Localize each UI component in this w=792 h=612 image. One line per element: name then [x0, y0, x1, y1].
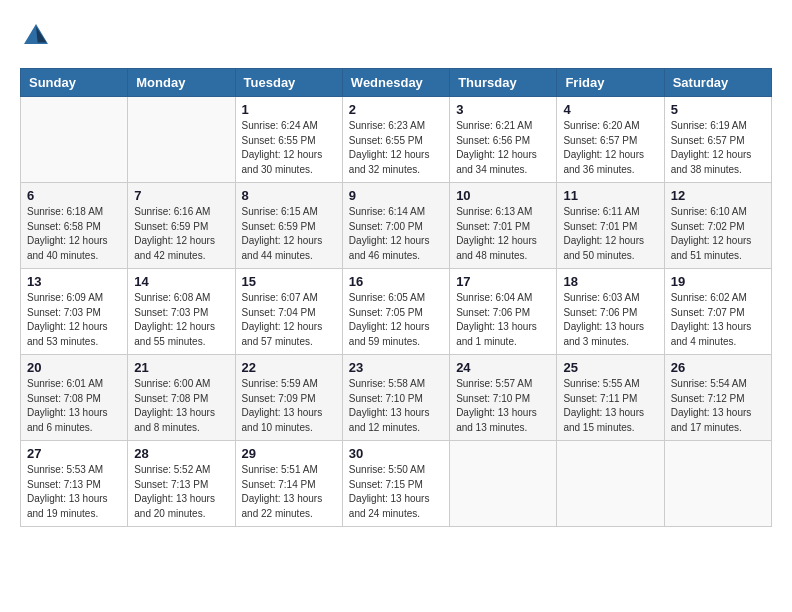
calendar-cell: 20Sunrise: 6:01 AMSunset: 7:08 PMDayligh…	[21, 355, 128, 441]
day-number: 6	[27, 188, 121, 203]
calendar-cell: 14Sunrise: 6:08 AMSunset: 7:03 PMDayligh…	[128, 269, 235, 355]
day-info: Sunrise: 6:05 AMSunset: 7:05 PMDaylight:…	[349, 291, 443, 349]
calendar-cell: 7Sunrise: 6:16 AMSunset: 6:59 PMDaylight…	[128, 183, 235, 269]
calendar-cell: 26Sunrise: 5:54 AMSunset: 7:12 PMDayligh…	[664, 355, 771, 441]
day-info: Sunrise: 5:59 AMSunset: 7:09 PMDaylight:…	[242, 377, 336, 435]
day-info: Sunrise: 6:00 AMSunset: 7:08 PMDaylight:…	[134, 377, 228, 435]
header-cell-monday: Monday	[128, 69, 235, 97]
day-number: 13	[27, 274, 121, 289]
calendar-cell: 15Sunrise: 6:07 AMSunset: 7:04 PMDayligh…	[235, 269, 342, 355]
header-cell-tuesday: Tuesday	[235, 69, 342, 97]
day-info: Sunrise: 6:15 AMSunset: 6:59 PMDaylight:…	[242, 205, 336, 263]
day-info: Sunrise: 6:24 AMSunset: 6:55 PMDaylight:…	[242, 119, 336, 177]
calendar-cell: 24Sunrise: 5:57 AMSunset: 7:10 PMDayligh…	[450, 355, 557, 441]
calendar-cell: 18Sunrise: 6:03 AMSunset: 7:06 PMDayligh…	[557, 269, 664, 355]
calendar-cell: 1Sunrise: 6:24 AMSunset: 6:55 PMDaylight…	[235, 97, 342, 183]
day-number: 8	[242, 188, 336, 203]
day-info: Sunrise: 5:57 AMSunset: 7:10 PMDaylight:…	[456, 377, 550, 435]
day-number: 21	[134, 360, 228, 375]
calendar-cell: 23Sunrise: 5:58 AMSunset: 7:10 PMDayligh…	[342, 355, 449, 441]
calendar-cell: 17Sunrise: 6:04 AMSunset: 7:06 PMDayligh…	[450, 269, 557, 355]
day-number: 25	[563, 360, 657, 375]
header-row: SundayMondayTuesdayWednesdayThursdayFrid…	[21, 69, 772, 97]
day-info: Sunrise: 6:03 AMSunset: 7:06 PMDaylight:…	[563, 291, 657, 349]
calendar-cell: 12Sunrise: 6:10 AMSunset: 7:02 PMDayligh…	[664, 183, 771, 269]
day-number: 24	[456, 360, 550, 375]
calendar-cell: 16Sunrise: 6:05 AMSunset: 7:05 PMDayligh…	[342, 269, 449, 355]
day-info: Sunrise: 6:04 AMSunset: 7:06 PMDaylight:…	[456, 291, 550, 349]
day-number: 20	[27, 360, 121, 375]
calendar-cell: 21Sunrise: 6:00 AMSunset: 7:08 PMDayligh…	[128, 355, 235, 441]
day-number: 10	[456, 188, 550, 203]
day-info: Sunrise: 5:55 AMSunset: 7:11 PMDaylight:…	[563, 377, 657, 435]
day-number: 9	[349, 188, 443, 203]
day-number: 17	[456, 274, 550, 289]
calendar-header: SundayMondayTuesdayWednesdayThursdayFrid…	[21, 69, 772, 97]
day-number: 12	[671, 188, 765, 203]
calendar-cell: 10Sunrise: 6:13 AMSunset: 7:01 PMDayligh…	[450, 183, 557, 269]
day-info: Sunrise: 6:20 AMSunset: 6:57 PMDaylight:…	[563, 119, 657, 177]
day-info: Sunrise: 5:54 AMSunset: 7:12 PMDaylight:…	[671, 377, 765, 435]
calendar-cell: 30Sunrise: 5:50 AMSunset: 7:15 PMDayligh…	[342, 441, 449, 527]
header-cell-thursday: Thursday	[450, 69, 557, 97]
day-info: Sunrise: 6:14 AMSunset: 7:00 PMDaylight:…	[349, 205, 443, 263]
day-info: Sunrise: 5:51 AMSunset: 7:14 PMDaylight:…	[242, 463, 336, 521]
day-number: 18	[563, 274, 657, 289]
calendar-cell: 13Sunrise: 6:09 AMSunset: 7:03 PMDayligh…	[21, 269, 128, 355]
day-number: 26	[671, 360, 765, 375]
calendar-cell: 2Sunrise: 6:23 AMSunset: 6:55 PMDaylight…	[342, 97, 449, 183]
calendar-week-2: 6Sunrise: 6:18 AMSunset: 6:58 PMDaylight…	[21, 183, 772, 269]
calendar-cell: 19Sunrise: 6:02 AMSunset: 7:07 PMDayligh…	[664, 269, 771, 355]
day-number: 2	[349, 102, 443, 117]
day-info: Sunrise: 6:02 AMSunset: 7:07 PMDaylight:…	[671, 291, 765, 349]
calendar-week-1: 1Sunrise: 6:24 AMSunset: 6:55 PMDaylight…	[21, 97, 772, 183]
calendar-cell	[557, 441, 664, 527]
calendar-body: 1Sunrise: 6:24 AMSunset: 6:55 PMDaylight…	[21, 97, 772, 527]
page-header	[20, 20, 772, 52]
calendar-cell: 5Sunrise: 6:19 AMSunset: 6:57 PMDaylight…	[664, 97, 771, 183]
day-info: Sunrise: 6:01 AMSunset: 7:08 PMDaylight:…	[27, 377, 121, 435]
day-info: Sunrise: 6:21 AMSunset: 6:56 PMDaylight:…	[456, 119, 550, 177]
day-number: 1	[242, 102, 336, 117]
calendar-cell: 9Sunrise: 6:14 AMSunset: 7:00 PMDaylight…	[342, 183, 449, 269]
calendar-cell: 22Sunrise: 5:59 AMSunset: 7:09 PMDayligh…	[235, 355, 342, 441]
calendar-week-3: 13Sunrise: 6:09 AMSunset: 7:03 PMDayligh…	[21, 269, 772, 355]
calendar-cell: 4Sunrise: 6:20 AMSunset: 6:57 PMDaylight…	[557, 97, 664, 183]
day-info: Sunrise: 5:52 AMSunset: 7:13 PMDaylight:…	[134, 463, 228, 521]
day-info: Sunrise: 6:09 AMSunset: 7:03 PMDaylight:…	[27, 291, 121, 349]
day-number: 5	[671, 102, 765, 117]
day-number: 11	[563, 188, 657, 203]
day-info: Sunrise: 5:58 AMSunset: 7:10 PMDaylight:…	[349, 377, 443, 435]
day-number: 23	[349, 360, 443, 375]
day-number: 3	[456, 102, 550, 117]
day-number: 29	[242, 446, 336, 461]
day-info: Sunrise: 6:23 AMSunset: 6:55 PMDaylight:…	[349, 119, 443, 177]
calendar-cell: 6Sunrise: 6:18 AMSunset: 6:58 PMDaylight…	[21, 183, 128, 269]
day-info: Sunrise: 6:13 AMSunset: 7:01 PMDaylight:…	[456, 205, 550, 263]
calendar-cell: 29Sunrise: 5:51 AMSunset: 7:14 PMDayligh…	[235, 441, 342, 527]
day-number: 4	[563, 102, 657, 117]
calendar-cell: 28Sunrise: 5:52 AMSunset: 7:13 PMDayligh…	[128, 441, 235, 527]
calendar-cell	[128, 97, 235, 183]
calendar-table: SundayMondayTuesdayWednesdayThursdayFrid…	[20, 68, 772, 527]
header-cell-saturday: Saturday	[664, 69, 771, 97]
day-number: 30	[349, 446, 443, 461]
day-number: 22	[242, 360, 336, 375]
header-cell-friday: Friday	[557, 69, 664, 97]
calendar-week-4: 20Sunrise: 6:01 AMSunset: 7:08 PMDayligh…	[21, 355, 772, 441]
day-info: Sunrise: 6:16 AMSunset: 6:59 PMDaylight:…	[134, 205, 228, 263]
day-number: 19	[671, 274, 765, 289]
header-cell-sunday: Sunday	[21, 69, 128, 97]
calendar-cell: 11Sunrise: 6:11 AMSunset: 7:01 PMDayligh…	[557, 183, 664, 269]
day-info: Sunrise: 5:50 AMSunset: 7:15 PMDaylight:…	[349, 463, 443, 521]
day-info: Sunrise: 6:11 AMSunset: 7:01 PMDaylight:…	[563, 205, 657, 263]
calendar-cell	[664, 441, 771, 527]
day-number: 27	[27, 446, 121, 461]
day-number: 16	[349, 274, 443, 289]
day-info: Sunrise: 6:07 AMSunset: 7:04 PMDaylight:…	[242, 291, 336, 349]
calendar-cell: 3Sunrise: 6:21 AMSunset: 6:56 PMDaylight…	[450, 97, 557, 183]
day-info: Sunrise: 6:18 AMSunset: 6:58 PMDaylight:…	[27, 205, 121, 263]
calendar-cell	[450, 441, 557, 527]
day-number: 14	[134, 274, 228, 289]
calendar-cell: 27Sunrise: 5:53 AMSunset: 7:13 PMDayligh…	[21, 441, 128, 527]
